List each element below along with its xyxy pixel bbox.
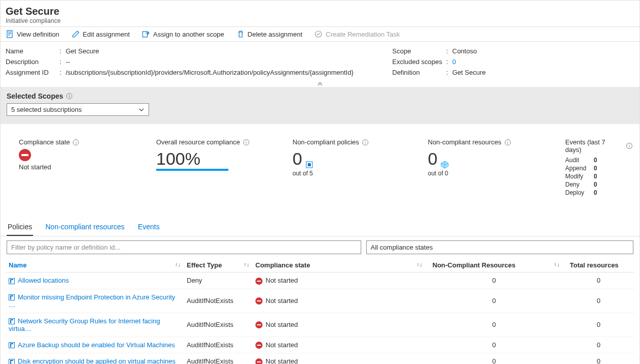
policy-link[interactable]: Monitor missing Endpoint Protection in A…: [9, 293, 175, 309]
name-value: Get Secure: [66, 47, 99, 55]
assign-scope-button[interactable]: Assign to another scope: [142, 30, 224, 38]
not-started-icon: [255, 297, 263, 305]
excluded-label: Excluded scopes: [392, 58, 443, 66]
document-icon: [6, 30, 14, 38]
info-icon[interactable]: i: [243, 139, 249, 145]
info-icon[interactable]: i: [626, 143, 632, 149]
filter-state-dropdown[interactable]: All compliance states: [366, 240, 633, 254]
info-icon[interactable]: i: [66, 93, 72, 99]
tab-non-compliant-resources[interactable]: Non-compliant resources: [44, 219, 126, 236]
table-row: Allowed locationsDenyNot started00: [6, 272, 634, 289]
assign-scope-label: Assign to another scope: [153, 31, 224, 38]
total-value: 0: [563, 353, 634, 364]
th-ncr[interactable]: Non-Compliant Resources↑↓: [425, 258, 563, 272]
policy-link[interactable]: Allowed locations: [18, 277, 69, 284]
state-value: Not started: [252, 289, 425, 313]
event-modify-value: 0: [594, 173, 597, 180]
metrics-section: Compliance statei Not started Overall re…: [1, 124, 639, 209]
overall-compliance-value: 100%: [156, 149, 228, 171]
excluded-value[interactable]: 0: [452, 58, 456, 66]
scopes-dropdown-value: 5 selected subscriptions: [11, 106, 82, 113]
remediation-button: Create Remediation Task: [314, 30, 400, 38]
definition-value: Get Secure: [452, 69, 486, 76]
policy-icon: [9, 359, 15, 364]
policy-link[interactable]: Disk encryption should be applied on vir…: [18, 357, 176, 364]
total-value: 0: [563, 272, 634, 289]
table-row: Azure Backup should be enabled for Virtu…: [6, 337, 634, 353]
tab-events[interactable]: Events: [137, 219, 161, 236]
effect-value: AuditIfNotExists: [184, 289, 252, 313]
remediation-label: Create Remediation Task: [326, 31, 400, 38]
edit-assignment-label: Edit assignment: [83, 31, 130, 38]
ncr-value: 0: [425, 337, 563, 353]
info-icon[interactable]: i: [73, 139, 79, 145]
compliance-state-value: Not started: [19, 163, 156, 171]
svg-rect-7: [308, 163, 311, 166]
table-row: Monitor missing Endpoint Protection in A…: [6, 289, 634, 313]
nc-resources-out: out of 0: [428, 170, 565, 177]
state-value: Not started: [252, 313, 425, 337]
event-audit-value: 0: [594, 157, 597, 164]
collapse-details-button[interactable]: [1, 80, 639, 87]
not-started-icon: [255, 321, 263, 328]
effect-value: AuditIfNotExists: [184, 353, 252, 364]
policy-link[interactable]: Azure Backup should be enabled for Virtu…: [18, 341, 175, 349]
ncr-value: 0: [425, 313, 563, 337]
sort-icon: ↑↓: [417, 261, 422, 267]
description-label: Description: [6, 58, 56, 66]
policy-link[interactable]: Network Security Group Rules for Interne…: [9, 317, 160, 332]
cube-icon: [441, 161, 449, 169]
svg-rect-4: [143, 32, 148, 37]
not-started-icon: [255, 342, 263, 349]
delete-assignment-button[interactable]: Delete assignment: [237, 30, 303, 38]
tab-policies[interactable]: Policies: [7, 219, 33, 236]
overall-compliance-title: Overall resource compliance: [156, 138, 240, 146]
nc-policies-title: Non-compliant policies: [293, 138, 359, 146]
share-icon: [142, 30, 150, 38]
page-subtitle: Initiative compliance: [6, 17, 634, 24]
policy-icon: [9, 278, 15, 284]
view-definition-label: View definition: [17, 31, 60, 38]
th-effect[interactable]: Effect Type↑↓: [184, 258, 252, 272]
event-deny-label: Deny: [565, 181, 590, 188]
tabs: Policies Non-compliant resources Events: [1, 219, 639, 236]
toolbar: View definition Edit assignment Assign t…: [1, 26, 639, 42]
assignment-id-value: /subscriptions/{subscriptionId}/provider…: [66, 69, 354, 76]
info-icon[interactable]: i: [362, 139, 368, 145]
policy-icon: [305, 161, 313, 169]
info-icon[interactable]: i: [505, 139, 511, 145]
nc-resources-title: Non-compliant resources: [428, 138, 502, 146]
definition-label: Definition: [392, 69, 443, 76]
event-deny-value: 0: [594, 181, 597, 188]
event-append-label: Append: [565, 165, 590, 172]
nc-policies-out: out of 5: [293, 170, 428, 177]
ncr-value: 0: [425, 353, 563, 364]
not-started-icon: [255, 278, 263, 285]
event-modify-label: Modify: [565, 173, 590, 180]
ncr-value: 0: [425, 289, 563, 313]
view-definition-button[interactable]: View definition: [6, 30, 60, 38]
svg-rect-0: [7, 31, 12, 38]
table-row: Disk encryption should be applied on vir…: [6, 353, 634, 364]
event-deploy-value: 0: [594, 189, 597, 196]
policies-table: Name↑↓ Effect Type↑↓ Compliance state↑↓ …: [6, 258, 634, 364]
selected-scopes-section: Selected Scopes i 5 selected subscriptio…: [1, 87, 639, 124]
nc-policies-value: 0: [293, 149, 302, 169]
task-icon: [314, 30, 323, 38]
table-row: Network Security Group Rules for Interne…: [6, 313, 634, 337]
filter-policy-input[interactable]: Filter by policy name or definition id..…: [7, 240, 361, 254]
policy-icon: [9, 342, 15, 348]
effect-value: AuditIfNotExists: [184, 337, 252, 353]
th-total[interactable]: Total resources: [563, 258, 634, 272]
nc-resources-value: 0: [428, 149, 438, 169]
th-name[interactable]: Name↑↓: [6, 258, 184, 272]
not-started-icon: [19, 149, 31, 161]
sort-icon: ↑↓: [554, 261, 560, 267]
scopes-dropdown[interactable]: 5 selected subscriptions: [7, 103, 149, 116]
effect-value: Deny: [184, 272, 252, 289]
assignment-id-label: Assignment ID: [6, 69, 56, 76]
name-label: Name: [6, 47, 56, 55]
edit-assignment-button[interactable]: Edit assignment: [72, 30, 130, 38]
th-state[interactable]: Compliance state↑↓: [252, 258, 425, 272]
not-started-icon: [255, 358, 263, 364]
